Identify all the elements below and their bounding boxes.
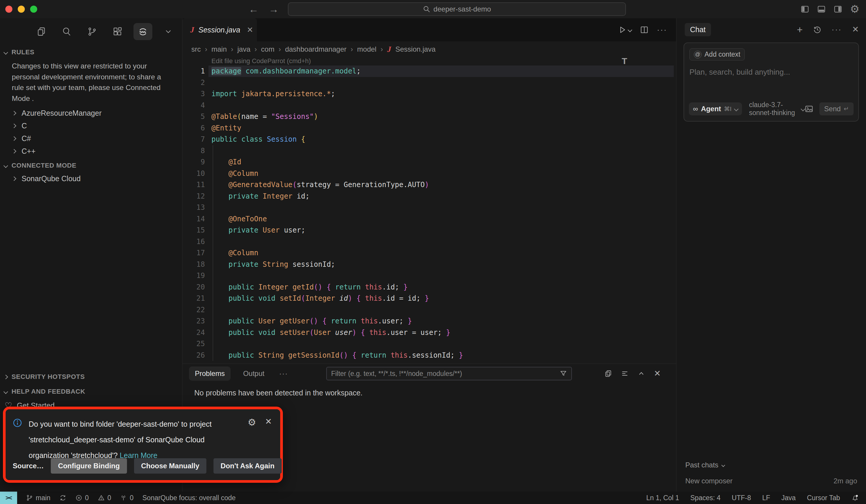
code-line-9[interactable]: 9 @Id: [182, 156, 676, 168]
attach-image-icon[interactable]: [804, 104, 813, 113]
code-line-14[interactable]: 14 @OneToOne: [182, 213, 676, 225]
code-editor[interactable]: 1package com.dashboardmanager.model;23im…: [182, 66, 676, 361]
command-center-search[interactable]: deeper-sast-demo: [288, 2, 626, 16]
zoom-window-button[interactable]: [30, 5, 37, 13]
toggle-right-sidebar-icon[interactable]: [833, 5, 842, 14]
tab-output[interactable]: Output: [237, 367, 270, 381]
code-line-12[interactable]: 12 private Integer id;: [182, 191, 676, 202]
add-context-chip[interactable]: @ Add context: [689, 48, 745, 60]
agent-mode-selector[interactable]: ∞ Agent ⌘I: [689, 102, 742, 115]
chat-more-icon[interactable]: ···: [832, 25, 842, 34]
rules-item-c[interactable]: C: [0, 120, 182, 132]
code-line-5[interactable]: 5@Table(name = "Sessions"): [182, 111, 676, 122]
section-rules[interactable]: RULES: [0, 44, 182, 59]
code-line-25[interactable]: 25: [182, 338, 676, 350]
chat-tab[interactable]: Chat: [685, 23, 711, 36]
breadcrumb-item[interactable]: java: [237, 45, 251, 53]
section-help-feedback[interactable]: HELP AND FEEDBACK: [0, 384, 182, 399]
extensions-icon[interactable]: [108, 23, 127, 40]
search-icon[interactable]: [57, 23, 76, 40]
configure-binding-button[interactable]: Configure Binding: [51, 458, 127, 474]
code-line-4[interactable]: 4: [182, 100, 676, 111]
send-button[interactable]: Send ↵: [819, 102, 854, 115]
bell-icon[interactable]: [851, 494, 859, 502]
code-line-23[interactable]: 23 public User getUser() { return this.u…: [182, 315, 676, 327]
filter-funnel-icon[interactable]: [559, 370, 567, 378]
breadcrumb-item[interactable]: com: [261, 45, 274, 53]
notification-settings-icon[interactable]: ⚙: [248, 417, 256, 427]
past-chats-toggle[interactable]: Past chats: [685, 461, 857, 469]
maximize-panel-icon[interactable]: [637, 370, 645, 378]
notification-source-label[interactable]: Source…: [13, 462, 44, 470]
connected-item-sonarqube-cloud[interactable]: SonarQube Cloud: [0, 172, 182, 185]
code-line-1[interactable]: 1package com.dashboardmanager.model;: [182, 66, 676, 77]
new-chat-icon[interactable]: +: [797, 24, 803, 35]
code-line-10[interactable]: 10 @Column: [182, 168, 676, 179]
remote-indicator[interactable]: ><: [0, 492, 17, 504]
rules-item-c[interactable]: C#: [0, 132, 182, 145]
statusbar-error-item[interactable]: 0: [75, 494, 89, 502]
problems-filter-input[interactable]: Filter (e.g. text, **/*.ts, !**/node_mod…: [326, 367, 572, 380]
tab-problems[interactable]: Problems: [189, 367, 231, 381]
files-icon[interactable]: [32, 23, 51, 40]
chat-input-card[interactable]: @ Add context Plan, search, build anythi…: [684, 43, 859, 122]
statusbar-text-item[interactable]: SonarQube focus: overall code: [142, 494, 236, 502]
sonarqube-icon[interactable]: [133, 23, 152, 40]
code-line-15[interactable]: 15 private User user;: [182, 225, 676, 236]
past-chat-item[interactable]: New composer 2m ago: [685, 477, 857, 485]
tab-session-java[interactable]: J Session.java ✕: [182, 18, 257, 41]
breadcrumb-item[interactable]: main: [211, 45, 227, 53]
statusbar-spaces-4[interactable]: Spaces: 4: [690, 494, 720, 502]
chat-history-icon[interactable]: [813, 25, 822, 34]
annotation-t-icon[interactable]: T: [622, 56, 627, 66]
breadcrumb-item[interactable]: model: [357, 45, 376, 53]
statusbar-sync-item[interactable]: [59, 494, 66, 501]
code-line-18[interactable]: 18 private String sessionId;: [182, 259, 676, 270]
statusbar-java[interactable]: Java: [781, 494, 796, 502]
source-control-icon[interactable]: [83, 23, 102, 40]
code-line-13[interactable]: 13: [182, 202, 676, 213]
split-editor-icon[interactable]: [640, 25, 649, 34]
history-back-icon[interactable]: ←: [248, 3, 259, 15]
history-forward-icon[interactable]: →: [269, 3, 279, 15]
statusbar-cursor-tab[interactable]: Cursor Tab: [807, 494, 840, 502]
rules-item-c[interactable]: C++: [0, 145, 182, 158]
code-line-19[interactable]: 19: [182, 270, 676, 281]
rules-item-azureresourcemanager[interactable]: AzureResourceManager: [0, 107, 182, 120]
statusbar-lf[interactable]: LF: [762, 494, 770, 502]
section-security-hotspots[interactable]: SECURITY HOTSPOTS: [0, 369, 182, 384]
section-connected-mode[interactable]: CONNECTED MODE: [0, 158, 182, 172]
code-line-21[interactable]: 21 public void setId(Integer id) { this.…: [182, 293, 676, 304]
minimize-window-button[interactable]: [18, 5, 25, 13]
don-t-ask-again-button[interactable]: Don't Ask Again: [213, 458, 282, 474]
code-line-3[interactable]: 3import jakarta.persistence.*;: [182, 88, 676, 100]
chevron-down-icon[interactable]: [159, 23, 178, 40]
editor-more-actions-icon[interactable]: ···: [657, 25, 667, 34]
run-options-chevron-icon[interactable]: [628, 27, 632, 32]
code-line-11[interactable]: 11 @GeneratedValue(strategy = Generation…: [182, 179, 676, 191]
code-line-8[interactable]: 8: [182, 145, 676, 157]
choose-manually-button[interactable]: Choose Manually: [134, 458, 207, 474]
toggle-left-sidebar-icon[interactable]: [800, 5, 809, 14]
statusbar-tower-item[interactable]: 0: [120, 494, 133, 502]
code-line-16[interactable]: 16: [182, 236, 676, 248]
close-chat-icon[interactable]: ✕: [852, 25, 859, 34]
view-as-list-icon[interactable]: [621, 370, 629, 378]
code-line-7[interactable]: 7public class Session {: [182, 134, 676, 145]
code-line-6[interactable]: 6@Entity: [182, 122, 676, 134]
run-java-button[interactable]: [618, 25, 632, 34]
code-line-20[interactable]: 20 public Integer getId() { return this.…: [182, 281, 676, 293]
close-panel-icon[interactable]: ✕: [654, 369, 661, 378]
code-line-26[interactable]: 26 public String getSessionId() { return…: [182, 350, 676, 361]
close-window-button[interactable]: [5, 5, 12, 13]
notification-close-icon[interactable]: ✕: [265, 417, 272, 426]
close-tab-icon[interactable]: ✕: [247, 25, 253, 34]
statusbar-ln-1-col-1[interactable]: Ln 1, Col 1: [646, 494, 679, 502]
settings-gear-icon[interactable]: ⚙: [850, 3, 859, 15]
statusbar-warning-item[interactable]: 0: [98, 494, 111, 502]
code-line-2[interactable]: 2: [182, 77, 676, 89]
statusbar-utf-8[interactable]: UTF-8: [732, 494, 751, 502]
toggle-bottom-panel-icon[interactable]: [817, 5, 826, 14]
breadcrumb-item[interactable]: dashboardmanager: [285, 45, 346, 53]
copy-problems-icon[interactable]: [604, 370, 612, 378]
